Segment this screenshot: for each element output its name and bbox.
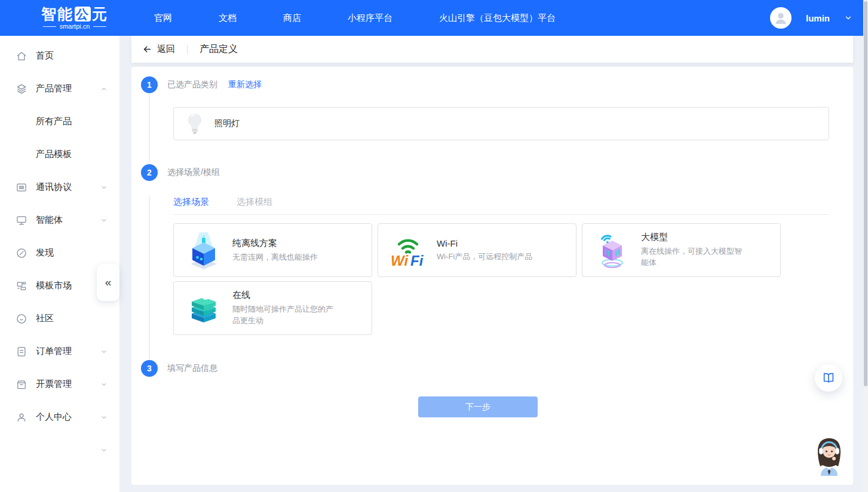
- sidebar-item-protocols[interactable]: 通讯协议: [0, 171, 119, 204]
- sidebar-item-label: 产品管理: [36, 83, 72, 94]
- sidebar-item-orders[interactable]: 订单管理: [0, 335, 119, 368]
- svg-text:Wi: Wi: [391, 253, 409, 269]
- scene-card-offline[interactable]: 纯离线方案 无需连网，离线也能操作: [173, 223, 372, 277]
- sidebar-subitem-all-products[interactable]: 所有产品: [0, 105, 119, 138]
- header-divider: [187, 45, 188, 54]
- collapse-chevrons-icon: «: [105, 276, 112, 289]
- step1-body: 照明灯: [149, 93, 840, 164]
- step2-label: 选择场景/模组: [167, 167, 220, 178]
- scene-title: 在线: [232, 290, 339, 301]
- back-button[interactable]: 返回: [142, 44, 175, 55]
- invoice-box-icon: [16, 379, 27, 390]
- app-screen: 智能公元 smartpi.cn 官网 文档 商店 小程序平台 火山引擎（豆包大模…: [0, 0, 868, 492]
- scene-desc: Wi-Fi产品，可远程控制产品: [437, 251, 532, 263]
- nav-store[interactable]: 商店: [283, 13, 301, 24]
- username[interactable]: lumin: [806, 13, 830, 23]
- scene-desc: 随时随地可操作产品让您的产品更生动: [232, 304, 339, 327]
- sidebar-item-label: 所有产品: [36, 116, 72, 127]
- user-icon: [16, 411, 27, 423]
- scene-card-text: 大模型 离在线操作，可接入大模型智能体: [641, 232, 747, 269]
- chevron-down-icon[interactable]: [844, 14, 852, 22]
- scrollbar-thumb[interactable]: [864, 1, 867, 386]
- sidebar-item-extra[interactable]: [0, 433, 119, 466]
- home-icon: [16, 50, 27, 62]
- brand-logo[interactable]: 智能公元 smartpi.cn: [24, 6, 125, 30]
- scene-card-text: Wi-Fi Wi-Fi产品，可远程控制产品: [437, 238, 532, 263]
- topbar: 智能公元 smartpi.cn 官网 文档 商店 小程序平台 火山引擎（豆包大模…: [0, 0, 868, 36]
- logo-boxed-char: 公: [75, 7, 91, 21]
- sidebar-item-label: 开票管理: [36, 379, 72, 390]
- scene-title: 纯离线方案: [232, 238, 318, 249]
- scene-card-llm[interactable]: 大模型 离在线操作，可接入大模型智能体: [582, 223, 781, 277]
- sidebar-item-home[interactable]: 首页: [0, 39, 119, 72]
- chevron-down-icon[interactable]: [100, 184, 108, 191]
- step2-indicator: 2: [141, 164, 158, 181]
- sidebar-item-community[interactable]: 社区: [0, 302, 119, 335]
- selected-product-card[interactable]: 照明灯: [173, 107, 829, 140]
- page-header: 返回 产品定义: [131, 36, 853, 63]
- docs-floating-button[interactable]: [815, 364, 842, 392]
- step1-header: 1 已选产品类别 重新选择: [141, 76, 840, 93]
- chevron-down-icon[interactable]: [100, 381, 108, 388]
- brand-logo-title: 智能公元: [41, 6, 108, 21]
- selected-product-name: 照明灯: [214, 118, 240, 129]
- sidebar-collapse-button[interactable]: «: [97, 264, 119, 301]
- top-navigation: 官网 文档 商店 小程序平台 火山引擎（豆包大模型）平台: [154, 13, 556, 24]
- customer-service-girl-icon: [812, 436, 846, 476]
- page-title: 产品定义: [200, 43, 238, 56]
- scene-desc: 离在线操作，可接入大模型智能体: [641, 246, 747, 269]
- person-icon: [772, 10, 789, 26]
- order-document-icon: [16, 346, 27, 358]
- chevron-up-icon[interactable]: [100, 85, 108, 93]
- step3-header: 3 填写产品信息: [141, 360, 840, 377]
- sidebar-item-label: 模板市场: [36, 280, 72, 291]
- reselect-link[interactable]: 重新选择: [228, 79, 262, 90]
- scene-title: 大模型: [641, 232, 747, 243]
- wifi-logo-icon: Wi Fi: [389, 231, 427, 269]
- sidebar-menu: 首页 产品管理 所有产品 产品模板 通讯协议 智能体: [0, 36, 119, 466]
- tab-select-scene[interactable]: 选择场景: [173, 196, 209, 208]
- sidebar-item-product-management[interactable]: 产品管理: [0, 72, 119, 105]
- layers-icon: [16, 83, 27, 95]
- sidebar-item-label: 订单管理: [36, 346, 72, 357]
- assistant-avatar[interactable]: [812, 436, 846, 476]
- chevron-down-icon[interactable]: [100, 414, 108, 421]
- vertical-scrollbar[interactable]: [863, 0, 868, 492]
- protocol-card-icon: [16, 182, 27, 193]
- llm-box-icon: [593, 231, 631, 269]
- step3-indicator: 3: [141, 360, 158, 377]
- sidebar-item-label: 社区: [36, 313, 54, 324]
- scene-card-text: 在线 随时随地可操作产品让您的产品更生动: [232, 290, 339, 327]
- sidebar-item-profile[interactable]: 个人中心: [0, 401, 119, 433]
- next-step-button[interactable]: 下一步: [418, 396, 538, 417]
- chevron-down-icon[interactable]: [100, 217, 108, 224]
- product-definition-panel: 1 已选产品类别 重新选择 照明灯 2 选择场景/模组 选择: [131, 67, 853, 485]
- topbar-user-area: lumin: [770, 0, 852, 36]
- sidebar-item-label: 智能体: [36, 214, 63, 226]
- chevron-down-icon[interactable]: [100, 447, 108, 454]
- open-book-icon: [822, 371, 835, 385]
- scene-module-tabs: 选择场景 选择模组: [173, 196, 829, 215]
- nav-docs[interactable]: 文档: [219, 13, 237, 24]
- scene-title: Wi-Fi: [437, 238, 532, 248]
- scene-card-online[interactable]: 在线 随时随地可操作产品让您的产品更生动: [173, 281, 372, 335]
- sidebar-item-label: 产品模板: [36, 149, 72, 160]
- nav-miniprogram-platform[interactable]: 小程序平台: [348, 13, 392, 24]
- brand-domain: smartpi.cn: [43, 23, 107, 30]
- logo-part2: 元: [92, 6, 108, 21]
- sidebar-subitem-product-templates[interactable]: 产品模板: [0, 138, 119, 171]
- sidebar-item-agents[interactable]: 智能体: [0, 204, 119, 236]
- sidebar-item-label: 发现: [36, 247, 54, 259]
- scene-card-grid: 纯离线方案 无需连网，离线也能操作 Wi Fi Wi-Fi Wi-Fi产品，: [173, 223, 840, 335]
- scene-card-wifi[interactable]: Wi Fi Wi-Fi Wi-Fi产品，可远程控制产品: [378, 223, 576, 277]
- template-market-icon: [16, 280, 27, 292]
- user-avatar[interactable]: [770, 7, 792, 29]
- sidebar-item-invoicing[interactable]: 开票管理: [0, 368, 119, 401]
- nav-volcengine-platform[interactable]: 火山引擎（豆包大模型）平台: [439, 13, 556, 24]
- nav-official-site[interactable]: 官网: [154, 13, 172, 24]
- offline-cube-icon: [185, 231, 223, 269]
- tab-select-module[interactable]: 选择模组: [237, 196, 272, 208]
- monitor-icon: [16, 214, 27, 226]
- chevron-down-icon[interactable]: [100, 348, 108, 355]
- back-label: 返回: [157, 44, 175, 55]
